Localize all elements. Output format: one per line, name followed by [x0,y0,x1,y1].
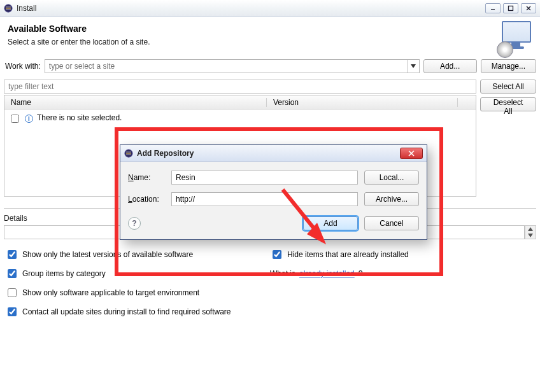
tree-side-buttons: Select All Deselect All [480,80,536,197]
dialog-title: Add Repository [137,149,400,158]
window-title: Install [17,4,485,13]
work-with-row: Work with: Add... Manage... [4,55,536,80]
manage-sites-button[interactable]: Manage... [481,59,536,73]
svg-rect-3 [6,10,11,10]
wizard-title: Available Software [8,24,532,34]
tree-item-checkbox[interactable] [11,115,19,123]
tree-header-row: Name Version [4,95,476,109]
tree-header-name[interactable]: Name [4,98,267,107]
install-graphic-icon [498,21,534,57]
window-titlebar: Install [0,0,540,17]
svg-marker-9 [528,227,533,231]
local-button[interactable]: Local... [364,171,419,185]
details-scrollbar[interactable] [525,225,536,239]
maximize-button[interactable] [503,3,518,13]
info-icon: i [25,115,33,123]
option-group-by-category: Group items by category [5,267,270,280]
dialog-cancel-button[interactable]: Cancel [364,216,419,230]
add-repository-dialog: Add Repository Name: Local... Location: … [120,144,427,240]
option-group-checkbox[interactable] [8,269,17,278]
option-hide-installed-checkbox[interactable] [273,250,281,259]
select-all-button[interactable]: Select All [480,80,536,94]
svg-rect-12 [126,153,131,153]
svg-rect-1 [6,8,11,8]
svg-marker-10 [528,234,533,237]
option-hide-installed-label: Hide items that are already installed [287,250,409,259]
archive-button[interactable]: Archive... [364,192,419,206]
svg-rect-13 [126,151,131,152]
dialog-close-button[interactable] [400,148,423,159]
dialog-button-bar: ? Add Cancel [120,210,427,239]
whatis-already-installed: What is already installed ? [270,267,535,280]
details-label: Details [4,214,27,223]
name-label: Name: [128,173,165,182]
name-input[interactable] [171,171,358,185]
options-grid: Show only the latest versions of availab… [4,248,536,318]
name-row: Name: Local... [128,171,419,185]
scroll-down-icon[interactable] [525,232,536,239]
dialog-titlebar[interactable]: Add Repository [120,145,427,162]
option-contact-checkbox[interactable] [8,307,17,316]
window-control-buttons [485,3,536,13]
eclipse-icon [124,149,133,158]
tree-empty-message: There is no site selected. [37,113,122,122]
location-label: Location: [128,195,165,204]
already-installed-link[interactable]: already installed [299,269,355,278]
svg-rect-14 [126,154,131,155]
location-row: Location: Archive... [128,192,419,206]
close-button[interactable] [521,3,536,13]
scroll-up-icon[interactable] [525,226,536,232]
whatis-suffix: ? [359,269,363,278]
filter-input[interactable] [4,80,476,94]
svg-rect-2 [6,7,11,8]
dialog-body: Name: Local... Location: Archive... [120,162,427,210]
wizard-subtitle: Select a site or enter the location of a… [8,38,532,46]
option-latest-versions: Show only the latest versions of availab… [5,248,270,261]
work-with-input[interactable] [45,60,408,73]
add-site-button[interactable]: Add... [423,59,477,73]
option-contact-sites: Contact all update sites during install … [5,305,535,318]
option-latest-checkbox[interactable] [8,250,17,259]
option-contact-label: Contact all update sites during install … [22,307,231,316]
location-input[interactable] [171,192,358,206]
combo-dropdown-icon[interactable] [408,60,419,73]
work-with-combo[interactable] [45,59,420,73]
svg-rect-5 [509,6,513,11]
help-icon[interactable]: ? [128,217,141,230]
dialog-add-button[interactable]: Add [303,216,358,230]
option-hide-installed: Hide items that are already installed [270,248,535,261]
tree-header-version[interactable]: Version [267,98,458,107]
option-latest-label: Show only the latest versions of availab… [22,250,193,259]
minimize-button[interactable] [485,3,501,13]
option-applicable-label: Show only software applicable to target … [22,288,199,297]
option-applicable: Show only software applicable to target … [5,286,270,299]
option-applicable-checkbox[interactable] [8,288,17,297]
whatis-prefix: What is [270,269,295,278]
svg-marker-8 [411,64,416,68]
deselect-all-button[interactable]: Deselect All [480,97,536,111]
wizard-header: Available Software Select a site or ente… [0,17,540,55]
option-group-label: Group items by category [22,269,106,278]
work-with-label: Work with: [4,62,41,71]
eclipse-icon [4,4,13,13]
